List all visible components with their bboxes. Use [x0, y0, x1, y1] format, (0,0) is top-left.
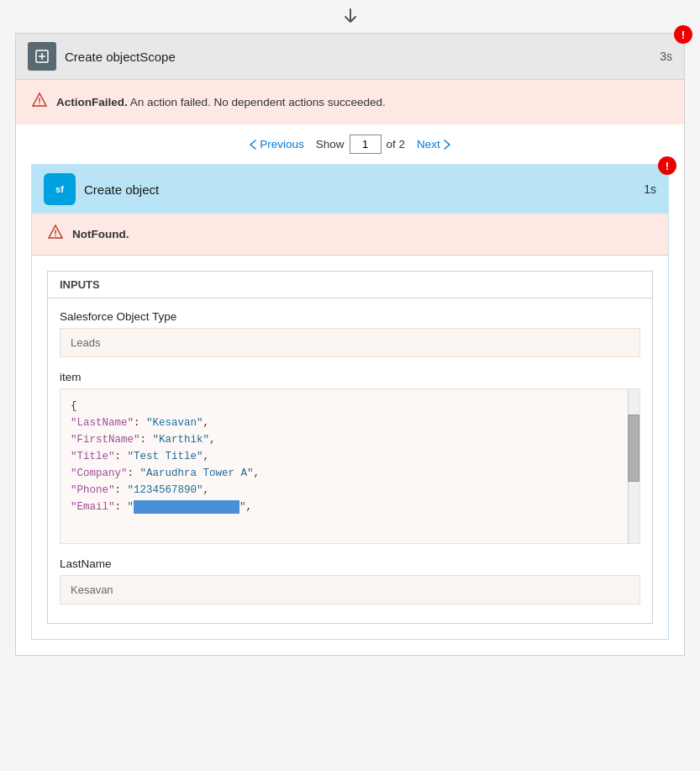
down-arrow-icon [0, 0, 700, 33]
json-line-3: "Title": "Test Title", [71, 448, 623, 465]
email-highlight [134, 500, 239, 514]
show-label: Show [316, 138, 345, 151]
inner-card-header: sf Create object 1s [32, 165, 668, 214]
of-label: of 2 [387, 138, 406, 151]
item-label: item [60, 371, 640, 383]
outer-header-title: Create objectScope [65, 50, 176, 64]
json-line-1: "LastName": "Kesavan", [71, 415, 623, 431]
inputs-header: INPUTS [48, 272, 652, 298]
not-found-banner: NotFound. [32, 214, 668, 256]
json-content: { "LastName": "Kesavan", "FirstName": "K… [71, 398, 629, 535]
outer-error-badge: ! [674, 25, 692, 44]
outer-card: ! Create objectScope 3s ActionFailed. An… [15, 33, 685, 656]
svg-point-1 [39, 103, 40, 105]
lastname-section: LastName Kesavan [60, 557, 640, 605]
lastname-label: LastName [60, 557, 640, 570]
lastname-value: Kesavan [60, 575, 640, 605]
inputs-box: INPUTS Salesforce Object Type Leads item… [47, 271, 653, 624]
inner-error-badge: ! [658, 156, 676, 175]
inputs-section: INPUTS Salesforce Object Type Leads item… [32, 256, 668, 639]
json-line-4: "Company": "Aarudhra Tower A", [71, 465, 623, 482]
pagination-bar: Previous Show of 2 Next [16, 124, 684, 164]
action-failed-bold: ActionFailed. [56, 96, 128, 108]
scrollbar-track [628, 389, 639, 543]
scrollbar-thumb[interactable] [628, 415, 639, 482]
inner-card: ! sf Create object 1s NotFound. [31, 164, 669, 640]
inputs-content: Salesforce Object Type Leads item { "Las… [48, 298, 652, 623]
action-failed-text: ActionFailed. An action failed. No depen… [56, 96, 386, 108]
outer-card-header: Create objectScope 3s [16, 34, 684, 79]
inner-header-title: Create object [84, 182, 159, 197]
salesforce-object-type-value: Leads [60, 328, 640, 357]
outer-header-time: 3s [660, 50, 672, 63]
salesforce-logo: sf [44, 173, 76, 205]
json-line-brace: { [71, 398, 623, 415]
previous-button[interactable]: Previous [243, 135, 311, 154]
json-box[interactable]: { "LastName": "Kesavan", "FirstName": "K… [60, 388, 640, 544]
inner-header-time: 1s [644, 182, 656, 196]
scope-icon [28, 42, 56, 71]
inner-header-left: sf Create object [44, 173, 159, 205]
action-failed-rest: An action failed. No dependent actions s… [128, 96, 386, 108]
svg-point-2 [55, 235, 56, 237]
not-found-text: NotFound. [72, 228, 129, 240]
next-button[interactable]: Next [410, 135, 457, 154]
salesforce-object-type-label: Salesforce Object Type [60, 310, 640, 323]
page-number-input[interactable] [350, 135, 382, 154]
warning-triangle-icon [31, 92, 48, 113]
json-line-6: "Email": " ", [71, 499, 623, 515]
not-found-warning-icon [47, 224, 64, 245]
outer-header-left: Create objectScope [28, 42, 176, 71]
not-found-bold: NotFound. [72, 228, 129, 240]
json-line-5: "Phone": "1234567890", [71, 482, 623, 499]
json-line-2: "FirstName": "Karthik", [71, 431, 623, 448]
action-failed-banner: ActionFailed. An action failed. No depen… [16, 79, 684, 124]
